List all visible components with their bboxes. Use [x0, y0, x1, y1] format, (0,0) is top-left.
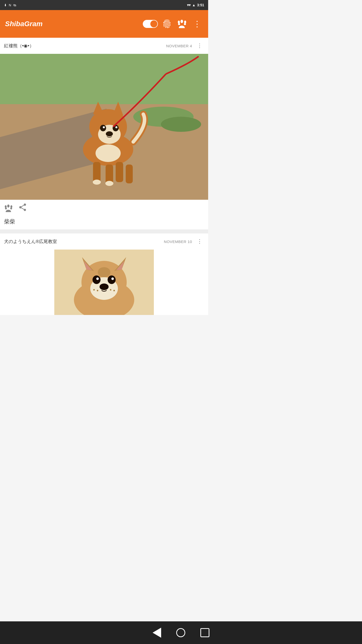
fingerprint-button[interactable]: [161, 18, 173, 30]
post-card-2: 犬のようちえん®広尾教室 November 10 ⋮: [0, 233, 208, 315]
svg-point-14: [106, 131, 113, 136]
post-2-image[interactable]: [54, 250, 154, 315]
toggle-button[interactable]: [143, 20, 158, 28]
svg-rect-17: [116, 162, 123, 182]
svg-point-37: [97, 290, 98, 291]
svg-point-19: [96, 144, 121, 162]
svg-point-36: [93, 289, 95, 291]
svg-point-12: [103, 126, 105, 128]
svg-point-39: [113, 290, 115, 291]
paw-button[interactable]: [176, 18, 188, 30]
svg-rect-18: [126, 165, 133, 183]
post-2-header: 犬のようちえん®広尾教室 November 10 ⋮: [0, 233, 208, 250]
svg-point-31: [108, 275, 116, 284]
status-info-right: ▾▾ ▲ 3:51: [187, 3, 204, 7]
post-2-date: November 10: [164, 239, 192, 244]
post-image-svg: [0, 54, 208, 200]
post-more-button[interactable]: ⋮: [195, 41, 204, 50]
share-button[interactable]: [18, 203, 27, 214]
post-2-image-container[interactable]: [0, 250, 208, 315]
svg-point-21: [105, 181, 113, 186]
svg-point-33: [111, 277, 114, 280]
post-meta: November 4 ⋮: [166, 41, 204, 50]
status-time: 3:51: [197, 3, 204, 7]
svg-point-34: [100, 284, 109, 290]
post-divider: [0, 231, 208, 233]
download-icon: ⬇: [4, 3, 7, 7]
svg-point-30: [93, 275, 101, 284]
post-actions: [0, 200, 208, 217]
status-icons-left: ⬇ N 🛍: [4, 3, 16, 7]
post-caption: 柴柴: [0, 217, 208, 229]
svg-point-13: [115, 126, 117, 128]
svg-point-20: [93, 180, 101, 185]
shopping-icon: 🛍: [13, 3, 16, 7]
svg-point-32: [96, 277, 99, 280]
app-bar: ShibaGram ⋮: [0, 10, 208, 38]
notification-icon: N: [9, 3, 11, 7]
more-button[interactable]: ⋮: [191, 18, 203, 30]
svg-point-4: [161, 117, 201, 132]
wifi-icon: ▾▾: [187, 3, 191, 7]
post-date: November 4: [166, 44, 192, 48]
svg-point-10: [100, 125, 106, 131]
post-image[interactable]: [0, 54, 208, 200]
toggle-knob: [150, 20, 157, 27]
signal-icon: ▲: [192, 3, 196, 7]
svg-rect-15: [93, 162, 101, 182]
post-2-username[interactable]: 犬のようちえん®広尾教室: [4, 238, 57, 245]
like-button[interactable]: [4, 204, 13, 213]
svg-point-35: [98, 267, 110, 277]
post-2-meta: November 10 ⋮: [164, 237, 204, 246]
post-header: 紅褸熊（•◉•） November 4 ⋮: [0, 38, 208, 54]
status-bar: ⬇ N 🛍 ▾▾ ▲ 3:51: [0, 0, 208, 10]
svg-point-38: [110, 289, 111, 291]
post-2-image-svg: [54, 250, 154, 315]
app-title: ShibaGram: [5, 20, 140, 28]
post-card: 紅褸熊（•◉•） November 4 ⋮: [0, 38, 208, 231]
feed: 紅褸熊（•◉•） November 4 ⋮: [0, 38, 208, 315]
post-username[interactable]: 紅褸熊（•◉•）: [4, 43, 34, 49]
post-2-more-button[interactable]: ⋮: [195, 237, 204, 246]
